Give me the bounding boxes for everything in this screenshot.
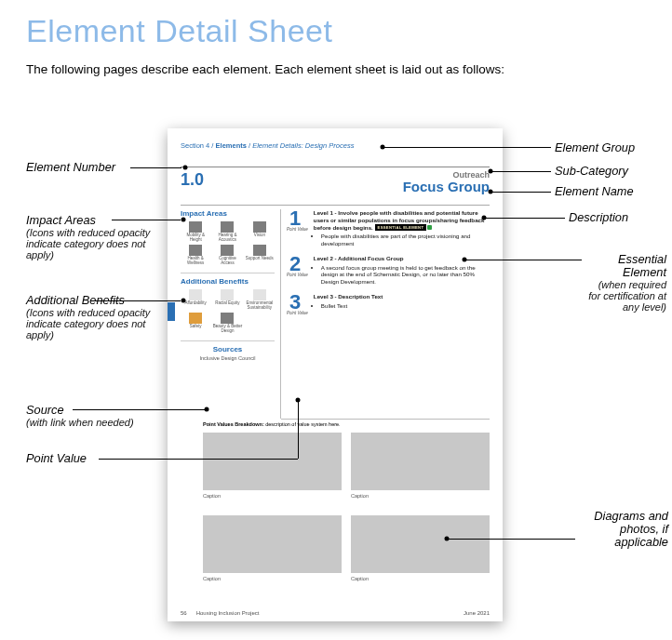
- image-cell: Caption: [203, 433, 342, 499]
- side-tab: [168, 302, 175, 321]
- leader-line: [95, 300, 181, 301]
- image-cell: Caption: [351, 433, 490, 499]
- caption: Caption: [351, 493, 490, 499]
- leader-dot: [482, 216, 487, 220]
- caption: Caption: [351, 576, 490, 581]
- breadcrumb: Section 4 / Elements / Element Details: …: [181, 141, 490, 150]
- leader-line: [447, 539, 575, 540]
- breadcrumb-part: Elements: [216, 141, 247, 150]
- leader-line: [73, 409, 205, 410]
- essential-element-badge: ESSENTIAL ELEMENT: [375, 224, 427, 231]
- image-cell: Caption: [203, 515, 342, 581]
- impact-icon: Cognitive Access: [212, 245, 242, 265]
- leader-dot: [183, 166, 188, 170]
- element-number: 1.0: [181, 171, 204, 188]
- leader-line: [491, 192, 551, 193]
- benefit-icon: Safety: [181, 313, 210, 333]
- benefit-icon: Beauty & Better Design: [212, 313, 242, 333]
- leader-line: [491, 171, 551, 172]
- image-placeholder: [351, 433, 490, 490]
- impact-icon: Hearing & Acoustics: [212, 221, 242, 242]
- page-footer: 56 Housing Inclusion Project June 2021: [181, 610, 490, 616]
- point-value-label: Point Value: [287, 311, 308, 315]
- leader-line: [484, 218, 565, 219]
- additional-benefits-icons: Affordability Racial Equity Environmenta…: [181, 289, 275, 333]
- callout-impact-areas: Impact Areas (Icons with reduced opacity…: [26, 214, 166, 260]
- callout-diagrams: Diagrams and photos, if applicable: [579, 510, 668, 549]
- level-number: 3: [287, 293, 303, 312]
- leader-line: [112, 220, 181, 220]
- level-1: 1 Point Value Level 1 - Involve people w…: [287, 209, 490, 247]
- callout-point-value: Point Value: [26, 452, 87, 465]
- leader-line: [464, 260, 582, 260]
- image-grid: Caption Caption Caption Caption: [203, 433, 490, 581]
- impact-icon: Support Needs: [245, 245, 275, 265]
- level-3: 3 Point Value Level 3 - Description Text…: [287, 293, 490, 315]
- leader-dot: [205, 407, 209, 412]
- sources-block: Sources Inclusive Design Council: [181, 340, 275, 361]
- point-value-label: Point Value: [287, 227, 308, 232]
- element-name: Focus Group: [403, 180, 490, 193]
- image-placeholder: [203, 515, 342, 573]
- callout-description: Description: [569, 211, 628, 224]
- callout-essential-element: Essential Element (when required for cer…: [586, 253, 666, 313]
- image-placeholder: [203, 433, 342, 490]
- image-placeholder: [351, 515, 490, 573]
- impact-icon: Mobility & Height: [181, 221, 210, 242]
- callout-sub-category: Sub-Category: [555, 165, 628, 178]
- leader-dot: [463, 258, 467, 262]
- leader-dot: [381, 145, 385, 150]
- level-bullet: A second focus group meeting is held to …: [321, 264, 490, 286]
- leader-dot: [296, 398, 301, 403]
- point-value-label: Point Value: [287, 273, 308, 277]
- caption: Caption: [203, 576, 342, 581]
- leader-line: [382, 147, 551, 148]
- sources-heading: Sources: [181, 345, 275, 353]
- leader-dot: [489, 190, 493, 194]
- additional-benefits-heading: Additional Benefits: [181, 273, 275, 286]
- level-heading: Level 3 - Description Text: [314, 293, 383, 300]
- benefit-icon: Environmental Sustainability: [245, 289, 275, 310]
- point-value-breakdown: Point Values Breakdown: description of v…: [203, 421, 490, 427]
- leader-line: [99, 459, 298, 460]
- page-title: Element Detail Sheet: [0, 0, 672, 49]
- breadcrumb-section: Section 4: [181, 141, 209, 150]
- callout-element-group: Element Group: [555, 141, 635, 154]
- page-intro: The following pages describe each elemen…: [0, 49, 672, 76]
- impact-icon: Health & Wellness: [181, 245, 210, 265]
- leader-dot: [181, 299, 186, 303]
- level-heading: Level 2 - Additional Focus Group: [314, 255, 404, 261]
- sources-text: Inclusive Design Council: [181, 355, 275, 361]
- leader-dot: [489, 169, 493, 174]
- rule-under-head: [181, 205, 490, 206]
- level-2: 2 Point Value Level 2 - Additional Focus…: [287, 255, 490, 286]
- callout-source: Source (with link when needed): [26, 404, 166, 428]
- caption: Caption: [203, 493, 342, 499]
- leader-dot: [181, 218, 186, 222]
- level-bullet: People with disabilities are part of the…: [321, 233, 490, 247]
- breadcrumb-detail: Element Details: Design Process: [252, 141, 354, 150]
- sample-sheet: Section 4 / Elements / Element Details: …: [168, 128, 503, 621]
- leader-dot: [445, 537, 450, 541]
- essential-dot-icon: [427, 225, 432, 230]
- level-number: 1: [287, 209, 303, 228]
- leader-line: [130, 167, 181, 168]
- impact-areas-heading: Impact Areas: [181, 209, 275, 218]
- impact-areas-icons: Mobility & Height Hearing & Acoustics Vi…: [181, 221, 275, 265]
- benefit-icon: Racial Equity: [212, 289, 242, 310]
- callout-element-number: Element Number: [26, 161, 115, 174]
- level-bullet: Bullet Text: [321, 302, 490, 310]
- callout-element-name: Element Name: [555, 185, 634, 198]
- level-number: 2: [287, 255, 303, 273]
- rule-top: [181, 167, 490, 167]
- impact-icon: Vision: [245, 221, 275, 242]
- leader-line: [298, 400, 299, 459]
- image-cell: Caption: [351, 515, 490, 581]
